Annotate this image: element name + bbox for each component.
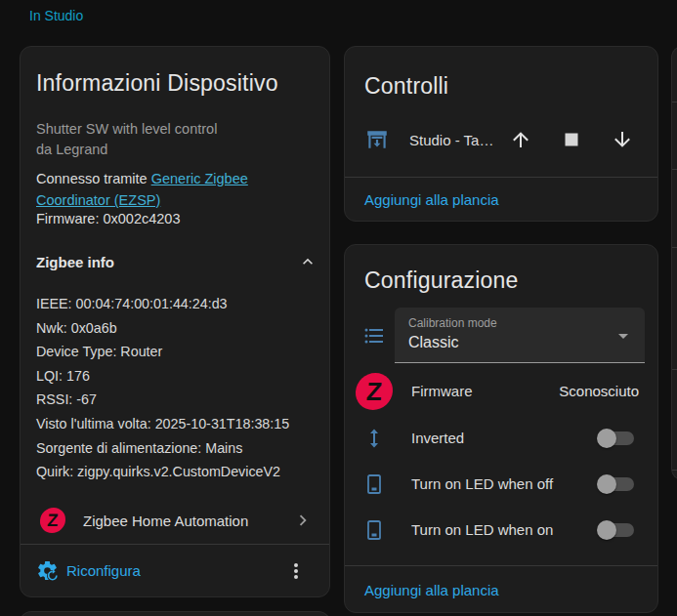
calibration-mode-select[interactable]: Calibration mode Classic	[395, 308, 645, 363]
led-when-on-label: Turn on LED when on	[411, 521, 553, 538]
device-page: { "colors": { "page_background": "#10101…	[0, 0, 677, 616]
controls-card-footer: Aggiungi alla plancia	[345, 177, 657, 223]
menu-down-icon	[612, 324, 635, 348]
select-value: Classic	[408, 334, 459, 351]
integration-label: Zigbee Home Automation	[83, 513, 292, 529]
led-when-off-toggle[interactable]	[597, 474, 634, 494]
reconfigure-button[interactable]: Riconfigura	[36, 559, 141, 582]
led-switch-icon	[362, 518, 386, 542]
cover-entity-name[interactable]: Studio - Ta…	[409, 132, 493, 148]
zigbee-logo-icon: Z	[39, 508, 66, 533]
device-model-block: Shutter SW with level control da Legrand	[36, 119, 217, 160]
list-bulleted-icon	[362, 324, 386, 348]
row-divider	[672, 470, 677, 471]
configuration-card: Configurazione Calibration mode Classic …	[344, 244, 658, 613]
cog-refresh-icon	[36, 559, 59, 582]
cover-open-button[interactable]	[501, 120, 540, 159]
cover-entity-row: Studio - Ta…	[364, 117, 642, 162]
zigbee-info-line: IEEE: 00:04:74:00:01:44:24:d3	[36, 292, 289, 316]
firmware-value: Sconosciuto	[559, 383, 639, 399]
zigbee-info-line: Nwk: 0x0a6b	[36, 316, 289, 341]
controls-title: Controlli	[364, 73, 448, 100]
device-info-title: Informazioni Dispositivo	[36, 70, 278, 97]
chevron-right-icon	[292, 510, 314, 531]
zigbee-info-line: Quirk: zigpy.quirks.v2.CustomDeviceV2	[36, 460, 289, 484]
device-info-card: Informazioni Dispositivo Shutter SW with…	[20, 46, 330, 597]
zigbee-info-line: LQI: 176	[36, 364, 289, 389]
zigbee-info-line: Device Type: Router	[36, 340, 289, 364]
add-to-dashboard-link[interactable]: Aggiungi alla plancia	[364, 191, 499, 208]
configuration-title: Configurazione	[364, 267, 519, 294]
next-card-partial	[20, 611, 330, 616]
connected-via: Connesso tramite Generic Zigbee Coordina…	[36, 168, 295, 211]
select-label: Calibration mode	[408, 316, 497, 330]
controls-card: Controlli Studio - Ta… Aggiungi alla pla…	[344, 46, 658, 222]
connected-via-prefix: Connesso tramite	[36, 171, 151, 186]
zigbee-logo-icon: Z	[355, 373, 395, 410]
cover-stop-button[interactable]	[552, 120, 591, 159]
toggle-thumb	[597, 520, 616, 540]
window-shutter-icon	[364, 127, 390, 152]
device-model: Shutter SW with level control	[36, 119, 217, 140]
add-to-dashboard-link[interactable]: Aggiungi alla plancia	[364, 582, 499, 598]
zigbee-info-line: Visto l'ultima volta: 2025-10-31T18:38:1…	[36, 412, 289, 436]
zigbee-info-list: IEEE: 00:04:74:00:01:44:24:d3 Nwk: 0x0a6…	[36, 292, 289, 484]
overflow-menu-icon[interactable]	[284, 559, 308, 583]
chevron-up-icon[interactable]	[298, 252, 317, 275]
right-column-card-partial	[671, 46, 677, 480]
device-firmware: Firmware: 0x002c4203	[36, 211, 181, 226]
row-divider	[672, 247, 677, 248]
firmware-label: Firmware	[411, 383, 473, 399]
row-divider	[672, 169, 677, 170]
breadcrumb-area-link[interactable]: In Studio	[29, 8, 83, 23]
toggle-thumb	[597, 429, 616, 448]
inverted-label: Inverted	[411, 430, 464, 446]
reconfigure-label: Riconfigura	[66, 562, 141, 579]
arrow-up-down-icon	[362, 427, 386, 450]
zigbee-info-line: Sorgente di alimentazione: Mains	[36, 436, 289, 461]
toggle-thumb	[597, 474, 616, 494]
row-divider	[672, 102, 677, 103]
led-when-on-toggle[interactable]	[597, 520, 634, 540]
configuration-card-footer: Aggiungi alla plancia	[345, 565, 657, 614]
inverted-toggle[interactable]	[597, 429, 634, 448]
integration-row-zha[interactable]: Z Zigbee Home Automation	[21, 497, 329, 544]
row-divider	[672, 369, 677, 370]
device-manufacturer: da Legrand	[36, 140, 217, 160]
cover-close-button[interactable]	[603, 120, 642, 159]
led-switch-icon	[362, 472, 386, 496]
zigbee-info-line: RSSI: -67	[36, 388, 289, 412]
cover-buttons	[501, 120, 642, 159]
device-card-footer: Riconfigura	[21, 545, 329, 596]
zigbee-info-header[interactable]: Zigbee info	[36, 254, 114, 270]
led-when-off-label: Turn on LED when off	[411, 475, 553, 492]
